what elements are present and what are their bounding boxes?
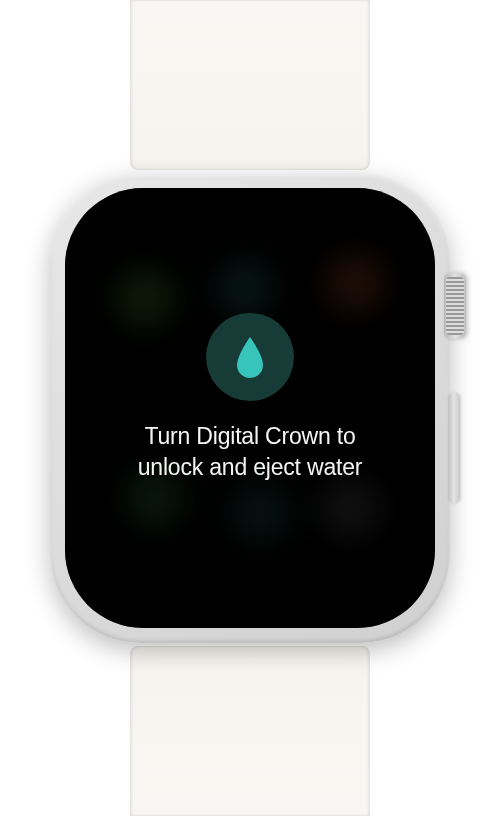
water-drop-icon-circle: [206, 313, 294, 401]
watch-bezel: Turn Digital Crown to unlock and eject w…: [65, 188, 435, 628]
watch-screen: Turn Digital Crown to unlock and eject w…: [85, 208, 415, 608]
watch-band-bottom: [130, 646, 370, 816]
watch-band-top: [130, 0, 370, 170]
digital-crown[interactable]: [444, 273, 466, 339]
water-lock-overlay: Turn Digital Crown to unlock and eject w…: [85, 313, 415, 483]
watch-body: Turn Digital Crown to unlock and eject w…: [50, 173, 450, 643]
water-drop-icon: [233, 335, 267, 379]
side-button[interactable]: [448, 393, 460, 503]
water-lock-instruction: Turn Digital Crown to unlock and eject w…: [115, 421, 385, 483]
